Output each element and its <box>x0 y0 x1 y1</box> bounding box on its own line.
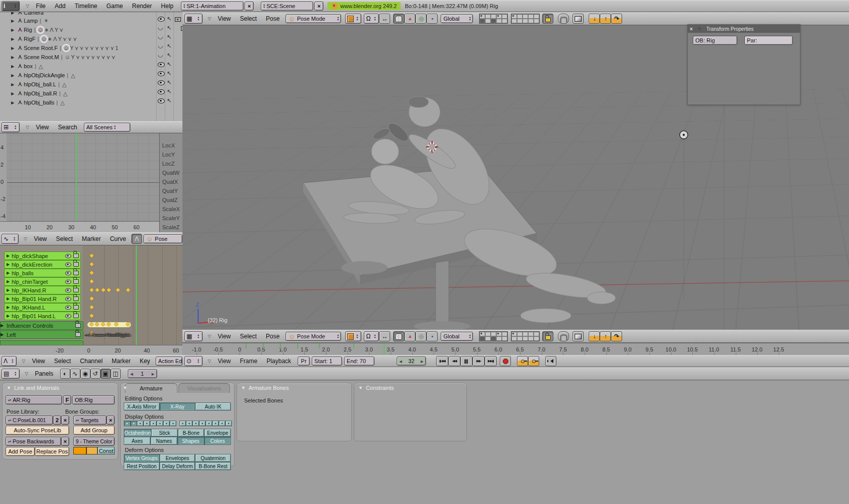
armature-layer-toggle[interactable] <box>193 421 199 426</box>
action-channel-row[interactable]: ▶hlp_dickErection <box>4 260 81 269</box>
layer-toggle[interactable] <box>523 19 528 23</box>
ipo-menu-view[interactable]: View <box>29 235 52 242</box>
layer-buttons-group[interactable] <box>479 331 508 341</box>
selectable-arrow-icon[interactable]: ↖ <box>167 25 171 31</box>
keyframe-diamond[interactable]: ◆ <box>89 261 93 267</box>
bone-icon[interactable]: ⋎ <box>79 45 84 52</box>
stepper-icon[interactable]: ▴ ▾ <box>374 334 375 339</box>
visibility-eye-icon[interactable] <box>158 71 165 77</box>
visibility-closed-icon[interactable]: ◡ <box>158 24 163 31</box>
layer-toggle[interactable] <box>496 336 502 341</box>
expand-triangle-icon[interactable]: ▶ <box>9 55 16 60</box>
ipo-channel-scaley[interactable]: ScaleY <box>162 215 180 221</box>
fake-user-button[interactable]: F <box>63 395 71 405</box>
person-icon[interactable]: Υ <box>69 45 74 51</box>
object-name[interactable]: Camera <box>24 12 43 16</box>
bone-icon[interactable]: ⋎ <box>59 27 64 33</box>
layer-toggle[interactable] <box>496 14 502 19</box>
spark-icon[interactable]: ∗ <box>47 36 53 42</box>
channel-eye-icon[interactable] <box>65 288 71 292</box>
action-menu-select[interactable]: Select <box>50 358 75 365</box>
render-preview-button[interactable] <box>573 14 584 24</box>
layer-toggle[interactable] <box>511 332 517 336</box>
visibility-eye-icon[interactable] <box>158 62 165 68</box>
expand-triangle-icon[interactable]: ▶ <box>9 73 16 78</box>
object-name-field[interactable]: OB:Rig <box>72 395 115 405</box>
ipo-channel-scalex[interactable]: ScaleX <box>162 206 180 212</box>
action-channel-row[interactable]: ▶hlp_IKHand.L <box>4 303 81 312</box>
group-lock-icon[interactable] <box>75 332 81 337</box>
next-key-button[interactable]: ▶▶ <box>473 356 485 366</box>
action-channel-row[interactable]: ▶hlp_chinTarget <box>4 277 81 286</box>
collapse-triangle-icon[interactable]: ▼ <box>241 385 246 390</box>
shading-context-button[interactable]: ◉ <box>80 369 90 379</box>
translate-manipulator-toggle[interactable]: ▲ <box>404 14 415 24</box>
render-preview-button[interactable] <box>573 331 584 341</box>
panel-header-link-and-materials[interactable]: ▼ Link and Materials <box>3 383 118 392</box>
layer-toggle[interactable] <box>502 14 507 19</box>
action-key-area[interactable] <box>82 245 182 345</box>
layer-toggle[interactable] <box>491 14 496 19</box>
auto-sync-poselib-button[interactable]: Auto-Sync PoseLib <box>6 426 69 435</box>
action-channel-row[interactable]: ▶hlp_Bip01 Hand.L <box>4 312 81 320</box>
keyframe-diamond[interactable]: ◆ <box>89 295 93 301</box>
selectable-arrow-icon[interactable]: ↖ <box>167 43 171 49</box>
top-menu-timeline[interactable]: Timeline <box>70 3 102 10</box>
visibility-eye-icon[interactable] <box>158 17 165 23</box>
armature-layer-toggle[interactable] <box>144 421 150 426</box>
layer-toggle[interactable] <box>511 336 517 341</box>
ipo-channel-quatz[interactable]: QuatZ <box>162 197 178 203</box>
decrement-arrow-icon[interactable]: ◂ <box>130 371 133 377</box>
stepper-icon[interactable]: ▴ ▾ <box>469 334 470 339</box>
expand-triangle-icon[interactable]: ▶ <box>5 296 12 301</box>
object-context-button[interactable]: ↺ <box>90 369 101 379</box>
object-name[interactable]: hlpObjDickAngle <box>24 72 65 78</box>
expand-triangle-icon[interactable]: ▶ <box>1 332 7 337</box>
layer-toggle[interactable] <box>523 336 528 341</box>
bone-icon[interactable]: ⋎ <box>100 45 105 52</box>
selectable-arrow-icon[interactable]: ↖ <box>167 88 171 95</box>
ipo-channel-quaty[interactable]: QuatY <box>162 188 178 194</box>
mesh-icon[interactable]: △ <box>60 99 65 106</box>
rotate-manipulator-toggle[interactable]: ◎ <box>415 331 427 341</box>
layer-buttons-group[interactable] <box>511 331 540 341</box>
timeline-ruler[interactable]: -1.0-0.500.51.01.52.02.53.03.54.04.55.05… <box>182 343 849 356</box>
channel-name[interactable]: hlp_dickErection <box>12 262 65 268</box>
group-color-swatch-select[interactable] <box>86 447 98 455</box>
keyframe-diamond[interactable]: ◆ <box>89 253 93 258</box>
bone-icon[interactable]: ⋎ <box>84 45 89 52</box>
action-channel-row[interactable]: ▶hlp_Bip01 Hand.R <box>4 294 81 303</box>
channel-lock-icon[interactable] <box>73 296 79 301</box>
add-group-button[interactable]: Add Group <box>73 426 115 435</box>
ipo-menu-select[interactable]: Select <box>52 235 77 242</box>
bone-icon[interactable]: ⋎ <box>75 54 80 61</box>
copy-pose-button[interactable]: ↓ <box>589 331 600 341</box>
editor-type-button[interactable]: ▤▴ ▾ <box>2 369 20 379</box>
chevron-down-icon[interactable]: ▽ <box>206 359 213 364</box>
ipo-channel-scalez[interactable]: ScaleZ <box>162 224 179 230</box>
person-icon[interactable]: Υ <box>58 36 62 42</box>
vp-header-bot-menu-view[interactable]: View <box>213 333 235 340</box>
chevron-down-icon[interactable]: ▽ <box>22 236 29 241</box>
armature-layer-toggle[interactable] <box>124 421 130 426</box>
stepper-icon[interactable]: ▴ ▾ <box>356 334 358 339</box>
keyframe-diamond[interactable]: ◆ <box>126 321 130 327</box>
outliner-row[interactable]: ▶⋎RigF|☺∗ΛΥ⋎⋎⋎ <box>9 34 77 43</box>
armature-layer-toggle[interactable] <box>206 421 212 426</box>
vp-header-top-menu-view[interactable]: View <box>213 15 235 22</box>
vp-header-bot-menu-pose[interactable]: Pose <box>261 333 284 340</box>
object-name[interactable]: hlpObj_balls <box>24 99 55 106</box>
autokey-button[interactable] <box>517 356 528 366</box>
manipulator-widget-button[interactable]: ↔ <box>379 14 390 24</box>
ob-name-field[interactable]: OB: Rig <box>693 36 737 45</box>
paste-flipped-pose-button[interactable]: ↷ <box>611 331 622 341</box>
keyframe-diamond[interactable]: ◆ <box>89 321 93 327</box>
stepper-icon[interactable]: ▴ ▾ <box>374 16 375 21</box>
toggle-delay-deform[interactable]: Delay Deform <box>160 462 196 470</box>
channel-lock-icon[interactable] <box>73 271 79 275</box>
group-name[interactable]: Influencer Controls <box>7 323 75 329</box>
bone-icon[interactable]: ⋎ <box>89 45 95 52</box>
vp-header-bot-menu-select[interactable]: Select <box>235 333 261 340</box>
transform-properties-titlebar[interactable]: × ▼ Transform Properties <box>688 25 800 33</box>
expand-triangle-icon[interactable]: ▶ <box>9 82 16 87</box>
